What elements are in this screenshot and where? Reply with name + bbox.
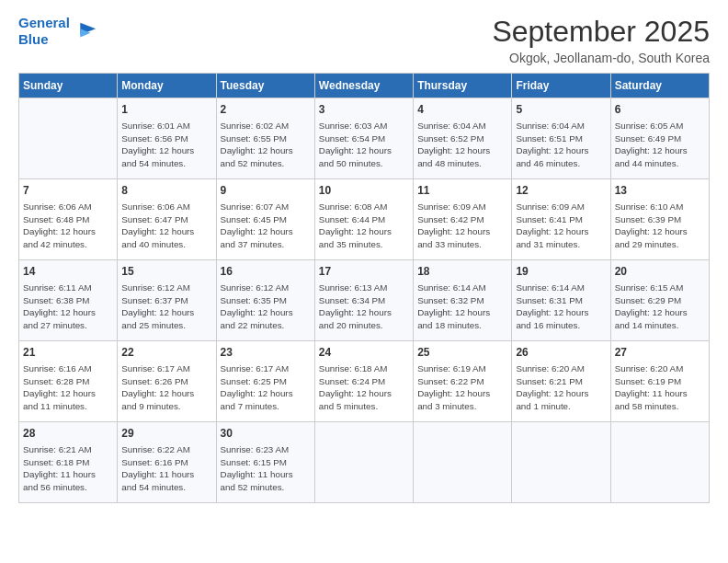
day-number: 5 — [516, 102, 606, 118]
calendar-cell: 2Sunrise: 6:02 AM Sunset: 6:55 PM Daylig… — [216, 98, 314, 179]
day-number: 26 — [516, 345, 606, 361]
day-info: Sunrise: 6:12 AM Sunset: 6:35 PM Dayligh… — [221, 282, 311, 332]
calendar-cell: 18Sunrise: 6:14 AM Sunset: 6:32 PM Dayli… — [414, 260, 512, 341]
header: General Blue September 2025 Okgok, Jeoll… — [18, 15, 710, 65]
day-info: Sunrise: 6:07 AM Sunset: 6:45 PM Dayligh… — [221, 201, 311, 251]
header-row: SundayMondayTuesdayWednesdayThursdayFrid… — [19, 74, 710, 98]
day-number: 6 — [615, 102, 705, 118]
calendar-cell: 6Sunrise: 6:05 AM Sunset: 6:49 PM Daylig… — [610, 98, 709, 179]
day-info: Sunrise: 6:19 AM Sunset: 6:22 PM Dayligh… — [417, 362, 507, 413]
title-block: September 2025 Okgok, Jeollanam-do, Sout… — [492, 15, 710, 65]
day-number: 21 — [23, 345, 113, 361]
calendar-cell: 30Sunrise: 6:23 AM Sunset: 6:15 PM Dayli… — [216, 422, 314, 503]
logo: General Blue — [18, 15, 97, 48]
calendar-cell: 13Sunrise: 6:10 AM Sunset: 6:39 PM Dayli… — [610, 179, 709, 260]
day-number: 12 — [516, 183, 606, 199]
calendar-cell — [314, 422, 413, 503]
day-number: 28 — [23, 426, 113, 442]
calendar-table: SundayMondayTuesdayWednesdayThursdayFrid… — [18, 73, 710, 503]
calendar-cell: 3Sunrise: 6:03 AM Sunset: 6:54 PM Daylig… — [314, 98, 413, 179]
day-info: Sunrise: 6:18 AM Sunset: 6:24 PM Dayligh… — [319, 362, 409, 413]
day-info: Sunrise: 6:09 AM Sunset: 6:41 PM Dayligh… — [516, 201, 606, 251]
week-row-1: 1Sunrise: 6:01 AM Sunset: 6:56 PM Daylig… — [19, 98, 710, 179]
day-info: Sunrise: 6:01 AM Sunset: 6:56 PM Dayligh… — [121, 120, 211, 170]
day-info: Sunrise: 6:05 AM Sunset: 6:49 PM Dayligh… — [615, 120, 705, 170]
day-info: Sunrise: 6:12 AM Sunset: 6:37 PM Dayligh… — [121, 282, 211, 332]
month-title: September 2025 — [492, 15, 710, 49]
day-number: 11 — [417, 183, 507, 199]
day-number: 8 — [121, 183, 211, 199]
col-header-thursday: Thursday — [414, 74, 512, 98]
calendar-cell: 26Sunrise: 6:20 AM Sunset: 6:21 PM Dayli… — [512, 341, 610, 422]
col-header-saturday: Saturday — [610, 74, 709, 98]
day-info: Sunrise: 6:06 AM Sunset: 6:47 PM Dayligh… — [121, 201, 211, 251]
calendar-cell: 12Sunrise: 6:09 AM Sunset: 6:41 PM Dayli… — [512, 179, 610, 260]
logo-text: General — [18, 15, 70, 31]
day-number: 20 — [615, 264, 705, 280]
calendar-cell — [610, 422, 709, 503]
day-number: 19 — [516, 264, 606, 280]
calendar-cell: 9Sunrise: 6:07 AM Sunset: 6:45 PM Daylig… — [216, 179, 314, 260]
calendar-cell: 20Sunrise: 6:15 AM Sunset: 6:29 PM Dayli… — [610, 260, 709, 341]
day-info: Sunrise: 6:11 AM Sunset: 6:38 PM Dayligh… — [23, 282, 113, 332]
calendar-cell: 25Sunrise: 6:19 AM Sunset: 6:22 PM Dayli… — [414, 341, 512, 422]
calendar-cell — [414, 422, 512, 503]
day-number: 29 — [121, 426, 211, 442]
day-number: 9 — [221, 183, 311, 199]
col-header-tuesday: Tuesday — [216, 74, 314, 98]
day-info: Sunrise: 6:20 AM Sunset: 6:19 PM Dayligh… — [615, 362, 705, 413]
day-info: Sunrise: 6:20 AM Sunset: 6:21 PM Dayligh… — [516, 362, 606, 413]
col-header-monday: Monday — [118, 74, 216, 98]
day-info: Sunrise: 6:02 AM Sunset: 6:55 PM Dayligh… — [221, 120, 311, 170]
calendar-cell: 8Sunrise: 6:06 AM Sunset: 6:47 PM Daylig… — [118, 179, 216, 260]
day-number: 30 — [221, 426, 311, 442]
day-number: 10 — [319, 183, 409, 199]
day-info: Sunrise: 6:15 AM Sunset: 6:29 PM Dayligh… — [615, 282, 705, 332]
day-number: 14 — [23, 264, 113, 280]
day-info: Sunrise: 6:03 AM Sunset: 6:54 PM Dayligh… — [319, 120, 409, 170]
calendar-cell — [512, 422, 610, 503]
logo-text2: Blue — [18, 31, 70, 48]
day-info: Sunrise: 6:10 AM Sunset: 6:39 PM Dayligh… — [615, 201, 705, 251]
col-header-wednesday: Wednesday — [314, 74, 413, 98]
day-number: 17 — [319, 264, 409, 280]
calendar-cell: 28Sunrise: 6:21 AM Sunset: 6:18 PM Dayli… — [19, 422, 118, 503]
week-row-5: 28Sunrise: 6:21 AM Sunset: 6:18 PM Dayli… — [19, 422, 710, 503]
day-number: 7 — [23, 183, 113, 199]
calendar-cell: 24Sunrise: 6:18 AM Sunset: 6:24 PM Dayli… — [314, 341, 413, 422]
calendar-cell: 23Sunrise: 6:17 AM Sunset: 6:25 PM Dayli… — [216, 341, 314, 422]
day-number: 16 — [221, 264, 311, 280]
day-number: 18 — [417, 264, 507, 280]
day-number: 4 — [417, 102, 507, 118]
day-number: 25 — [417, 345, 507, 361]
calendar-cell: 15Sunrise: 6:12 AM Sunset: 6:37 PM Dayli… — [118, 260, 216, 341]
day-number: 15 — [121, 264, 211, 280]
day-info: Sunrise: 6:09 AM Sunset: 6:42 PM Dayligh… — [417, 201, 507, 251]
day-info: Sunrise: 6:04 AM Sunset: 6:52 PM Dayligh… — [417, 120, 507, 170]
calendar-cell: 14Sunrise: 6:11 AM Sunset: 6:38 PM Dayli… — [19, 260, 118, 341]
day-info: Sunrise: 6:14 AM Sunset: 6:32 PM Dayligh… — [417, 282, 507, 332]
calendar-cell: 27Sunrise: 6:20 AM Sunset: 6:19 PM Dayli… — [610, 341, 709, 422]
calendar-cell: 5Sunrise: 6:04 AM Sunset: 6:51 PM Daylig… — [512, 98, 610, 179]
calendar-cell — [19, 98, 118, 179]
day-info: Sunrise: 6:08 AM Sunset: 6:44 PM Dayligh… — [319, 201, 409, 251]
day-info: Sunrise: 6:17 AM Sunset: 6:26 PM Dayligh… — [121, 362, 211, 413]
day-number: 22 — [121, 345, 211, 361]
calendar-cell: 16Sunrise: 6:12 AM Sunset: 6:35 PM Dayli… — [216, 260, 314, 341]
calendar-cell: 11Sunrise: 6:09 AM Sunset: 6:42 PM Dayli… — [414, 179, 512, 260]
calendar-cell: 21Sunrise: 6:16 AM Sunset: 6:28 PM Dayli… — [19, 341, 118, 422]
logo-icon — [72, 18, 97, 44]
day-number: 27 — [615, 345, 705, 361]
day-number: 24 — [319, 345, 409, 361]
week-row-3: 14Sunrise: 6:11 AM Sunset: 6:38 PM Dayli… — [19, 260, 710, 341]
calendar-cell: 7Sunrise: 6:06 AM Sunset: 6:48 PM Daylig… — [19, 179, 118, 260]
day-info: Sunrise: 6:14 AM Sunset: 6:31 PM Dayligh… — [516, 282, 606, 332]
week-row-2: 7Sunrise: 6:06 AM Sunset: 6:48 PM Daylig… — [19, 179, 710, 260]
calendar-cell: 1Sunrise: 6:01 AM Sunset: 6:56 PM Daylig… — [118, 98, 216, 179]
day-number: 2 — [221, 102, 311, 118]
week-row-4: 21Sunrise: 6:16 AM Sunset: 6:28 PM Dayli… — [19, 341, 710, 422]
calendar-cell: 10Sunrise: 6:08 AM Sunset: 6:44 PM Dayli… — [314, 179, 413, 260]
calendar-cell: 4Sunrise: 6:04 AM Sunset: 6:52 PM Daylig… — [414, 98, 512, 179]
day-info: Sunrise: 6:21 AM Sunset: 6:18 PM Dayligh… — [23, 443, 113, 494]
col-header-friday: Friday — [512, 74, 610, 98]
